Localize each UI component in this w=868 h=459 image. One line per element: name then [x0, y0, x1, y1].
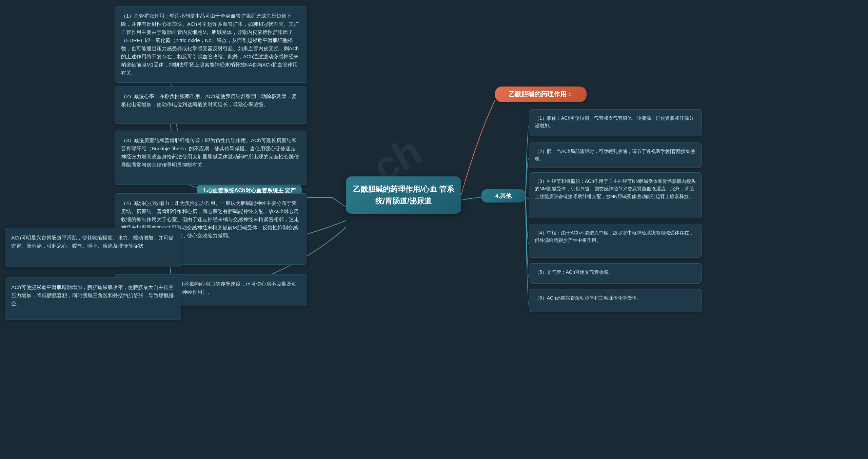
- central-node: 乙酰胆碱的药理作用/心血 管系统/胃肠道/泌尿道: [346, 176, 461, 214]
- left-bottom-box-2: ACh可使泌尿道平滑肌蠕动增加，膀胱逼尿肌收缩，使膀胱最大自主排空压力增加，降低…: [5, 278, 181, 320]
- right-box-2: （2）眼：当ACh局部滴眼时，可致瞳孔收缩，调节于近视医学教|育网搜集整理。: [529, 142, 702, 168]
- svg-line-0: [332, 197, 346, 207]
- right-box-4: （4）中枢：由于ACh不易进入中枢，故尽管中枢神经系统有胆碱受体存在，但外源给药…: [529, 224, 702, 258]
- mind-map: ch 乙酰胆碱的药理作用/心血 管系统/胃肠道/泌尿道 乙酰胆碱: [0, 0, 868, 459]
- right-box-3: （3）神经节和骨骼肌：ACh作用于自主神经节NN胆碱受体和骨骼肌肌肉接头的NM胆…: [529, 172, 702, 218]
- right-box-5: （5）支气管：ACh可使支气管收缩。: [529, 263, 702, 284]
- left-box-1: （1）血管扩张作用：静注小剂量本品可由于全身血管扩张而造成血压短暂下降，并伴有反…: [115, 6, 307, 83]
- left-bottom-box-1: ACh可明显兴奋胃肠道平滑肌，使其收缩幅度、张力、蠕动增加，并可促进胃、肠分泌，…: [5, 228, 181, 267]
- right-header: 乙酰胆碱的药理作用：: [495, 87, 587, 102]
- left-box-2: （2）减慢心率：亦称负性频率作用。ACh能使窦房结舒张期自动除极延缓，复极化电流…: [115, 87, 307, 124]
- right-box-1: （1）腺体：ACh可使泪腺、气管和支气管腺体、唾液腺、消化道腺和汗腺分泌增加。: [529, 109, 702, 136]
- left-box-3: （3）减慢房室结和普肯耶纤维传导：即为负性传导作用。ACh可延长房室结和普肯耶纤…: [115, 131, 307, 185]
- topic-node-t4: 4.其他: [481, 189, 526, 203]
- right-box-6: （6）ACh还能兴奋颈动脉体和主动脉体化学受体。: [529, 289, 702, 312]
